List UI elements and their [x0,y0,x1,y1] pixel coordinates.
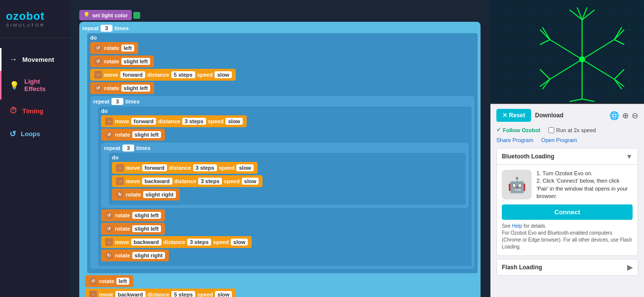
main-canvas: 💡 set light color repeat 3 times do ↺ ro… [69,0,490,297]
backward-input2[interactable]: backward [131,239,161,246]
backward-input1[interactable]: backward [142,178,172,185]
rotate-slight-left-input4[interactable]: slight left [132,212,161,219]
inner-repeat1-container: repeat 3 times do → move forward dist [90,96,475,269]
repeat2-header: repeat 3 times [93,98,472,105]
rotate-slight-right-input1[interactable]: slight right [143,191,176,198]
rotate-slight-left-block2[interactable]: ↺ rotate slight left [90,82,154,94]
forward-input3[interactable]: forward [142,164,167,171]
controls-checkboxes: ✓ Follow Ozobot Run at 2x speed [496,127,638,133]
move-forward-3-block1[interactable]: → move forward distance 3 steps speed sl… [101,115,247,127]
rotate-left-input[interactable]: left [121,45,135,51]
repeat3-count-input[interactable]: 3 [122,145,134,151]
sidebar-item-light-effects[interactable]: 💡 Light Effects [0,71,69,99]
move-backward-5-block[interactable]: → move backward distance 5 steps speed s… [85,289,236,297]
zoom-in-button[interactable]: ⊕ [622,111,629,120]
rotate-circle-icon3: ↺ [94,84,102,92]
simulator-svg [490,0,644,104]
controls-top-row: ✕ Reset Download 🌐 ⊕ ⊖ [496,109,638,122]
timing-icon: ⏱ [9,106,17,115]
rotate-circle-icon4: ↺ [105,131,113,139]
blocks-container[interactable]: 💡 set light color repeat 3 times do ↺ ro… [69,0,490,297]
rotate-slight-left-row5: ↺ rotate slight left [101,223,469,235]
rotate-slight-left-input5[interactable]: slight left [132,225,161,232]
rotate-circle-icon8: ↻ [105,251,113,259]
rotate-circle-icon5: ↻ [116,191,124,198]
rotate-slight-left-block1[interactable]: ↺ rotate slight left [90,55,154,67]
globe-icon-button[interactable]: 🌐 [609,111,619,120]
sidebar-item-timing[interactable]: ⏱ Timing [0,99,69,122]
arrow-right-icon5: → [105,238,113,246]
slow-input2[interactable]: slow [225,118,242,125]
rotate-circle-icon: ↺ [94,44,102,52]
backward-input3[interactable]: backward [115,291,146,297]
green-btn[interactable] [133,12,140,19]
rotate-left-bottom-block[interactable]: ↺ rotate left [85,275,133,287]
bluetooth-section-header[interactable]: Bluetooth Loading ▼ [496,148,638,165]
rotate-slight-right-input2[interactable]: slight right [132,252,165,259]
slow-input5[interactable]: slow [231,239,248,246]
connect-button[interactable]: Connect [502,204,633,220]
rotate-slight-right-row2: ↻ rotate slight right [101,249,469,261]
follow-ozobot-check: ✓ Follow Ozobot [496,127,540,133]
slow-input6[interactable]: slow [215,291,232,297]
slow-input3[interactable]: slow [236,164,253,171]
sidebar-item-loops-label: Loops [21,130,40,138]
open-program-button[interactable]: Open Program [541,137,577,143]
move-backward-3-block2[interactable]: → move backward distance 3 steps speed s… [101,236,252,248]
robot-icon: 🤖 [502,170,532,199]
rotate-slight-left-block4[interactable]: ↺ rotate slight left [101,209,165,221]
move-backward-3-block1[interactable]: → move backward distance 3 steps speed s… [112,175,263,187]
set-light-color-block[interactable]: 💡 set light color [79,10,132,20]
loops-icon: ↺ [9,129,16,139]
sidebar-item-loops[interactable]: ↺ Loops [0,122,69,146]
rotate-circle-icon9: ↺ [89,277,97,285]
rotate-left-bottom-input[interactable]: left [116,278,130,285]
steps-3-input2[interactable]: 3 steps [193,164,217,171]
repeat1-count-input[interactable]: 3 [101,25,112,32]
do-block-3: do → move forward distance 3 steps [109,153,466,205]
logo-area: ozobot SIMULATOR [0,5,69,38]
run-2x-check[interactable]: Run at 2x speed [548,127,596,133]
move-backward-3-row1: → move backward distance 3 steps speed s… [112,175,463,187]
arrow-right-icon3: → [116,164,124,172]
steps-3-input4[interactable]: 3 steps [187,239,211,246]
repeat2-count-input[interactable]: 3 [111,98,123,105]
help-link[interactable]: Help [512,223,523,229]
simulator-view [490,0,644,104]
steps-3-input3[interactable]: 3 steps [198,178,222,185]
icon-buttons-group: 🌐 ⊕ ⊖ [609,111,638,120]
rotate-slight-right-block1[interactable]: ↻ rotate slight right [112,189,180,200]
rotate-slight-left-block5[interactable]: ↺ rotate slight left [101,223,165,235]
forward-input1[interactable]: forward [120,71,145,78]
rotate-slight-left-input2[interactable]: slight left [121,85,151,92]
move-forward-5-block[interactable]: → move forward distance 5 steps speed sl… [90,69,236,81]
share-program-button[interactable]: Share Program [496,137,534,143]
do-block-1: do ↺ rotate left ↺ rotate slight left [87,33,478,273]
reset-button[interactable]: ✕ Reset [496,109,531,122]
bt-instructions: 1. Turn Ozobot Evo on. 2. Click 'Connect… [537,170,633,200]
forward-input2[interactable]: forward [131,118,156,125]
rotate-slight-right-block2[interactable]: ↻ rotate slight right [101,249,169,261]
right-panel: ✕ Reset Download 🌐 ⊕ ⊖ ✓ Follow Ozobot R… [490,0,644,297]
zoom-out-button[interactable]: ⊖ [632,111,638,120]
download-button[interactable]: Download [535,112,563,119]
sidebar-item-movement[interactable]: → Movement [0,48,69,71]
sidebar-item-timing-label: Timing [22,107,43,115]
sidebar: ozobot SIMULATOR → Movement 💡 Light Effe… [0,0,69,297]
bluetooth-section-body: 🤖 1. Turn Ozobot Evo on. 2. Click 'Conne… [496,165,638,256]
steps-5-input1[interactable]: 5 steps [171,71,195,78]
slow-input1[interactable]: slow [215,71,231,78]
rotate-left-block[interactable]: ↺ rotate left [90,42,138,54]
rotate-slight-left-block3[interactable]: ↺ rotate slight left [101,129,165,141]
move-backward-3-row2: → move backward distance 3 steps speed s… [101,236,469,248]
nav-items: → Movement 💡 Light Effects ⏱ Timing ↺ Lo… [0,48,69,146]
flash-loading-section[interactable]: Flash Loading ▶ [496,259,638,276]
rotate-slight-left-input1[interactable]: slight left [121,58,151,65]
slow-input4[interactable]: slow [242,178,259,185]
move-forward-3-block2[interactable]: → move forward distance 3 steps speed sl… [112,162,258,174]
run-2x-checkbox[interactable] [548,127,554,133]
steps-3-input1[interactable]: 3 steps [182,118,206,125]
repeat3-header: repeat 3 times [104,145,466,151]
rotate-slight-left-input3[interactable]: slight left [132,131,161,138]
steps-5-input2[interactable]: 5 steps [171,291,195,297]
